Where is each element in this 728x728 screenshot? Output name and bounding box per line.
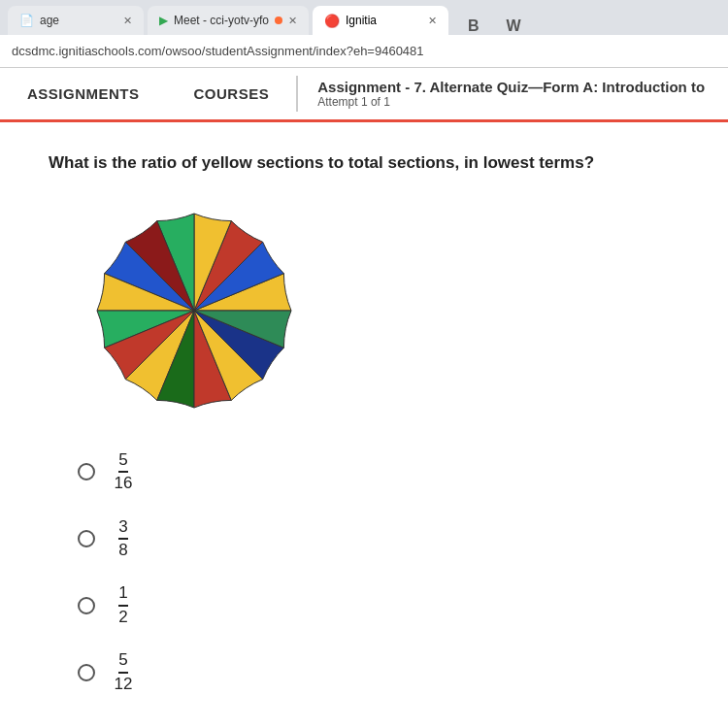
radio-1[interactable] xyxy=(78,463,95,480)
nav-assignment-info: Assignment - 7. Alternate Quiz—Form A: I… xyxy=(298,68,724,119)
fraction-3-denominator: 2 xyxy=(118,607,127,627)
nav-courses[interactable]: COURSES xyxy=(167,68,297,119)
nav-assignments[interactable]: ASSIGNMENTS xyxy=(0,68,167,119)
fraction-2: 3 8 xyxy=(109,517,138,561)
fraction-2-numerator: 3 xyxy=(118,517,127,540)
radio-2[interactable] xyxy=(78,530,95,547)
tab-meet[interactable]: ▶ Meet - cci-yotv-yfo ✕ xyxy=(148,6,309,35)
fraction-4-numerator: 5 xyxy=(118,650,127,673)
tab-meet-label: Meet - cci-yotv-yfo xyxy=(174,14,269,27)
new-tab-button[interactable]: B xyxy=(452,17,495,35)
option-2[interactable]: 3 8 xyxy=(78,517,679,561)
tab-ignitia[interactable]: 🔴 Ignitia ✕ xyxy=(313,6,448,35)
main-content: What is the ratio of yellow sections to … xyxy=(0,122,728,728)
assignment-name: - 7. Alternate Quiz—Form A: Introduction… xyxy=(401,79,705,95)
option-3[interactable]: 1 2 xyxy=(78,583,679,627)
option-1[interactable]: 5 16 xyxy=(78,450,679,494)
fraction-3: 1 2 xyxy=(109,583,138,627)
fraction-1-denominator: 16 xyxy=(115,473,133,493)
nav-bar: ASSIGNMENTS COURSES Assignment - 7. Alte… xyxy=(0,68,728,122)
assignments-label: ASSIGNMENTS xyxy=(27,85,140,102)
option-4[interactable]: 5 12 xyxy=(78,650,679,694)
attempt-text: Attempt 1 of 1 xyxy=(317,95,705,109)
tab-ignitia-close[interactable]: ✕ xyxy=(428,15,437,27)
question-text: What is the ratio of yellow sections to … xyxy=(49,151,679,175)
pie-chart-container xyxy=(87,204,679,421)
tab-age-label: age xyxy=(40,14,117,27)
fraction-4: 5 12 xyxy=(109,650,138,694)
tab-meet-dot xyxy=(275,17,282,24)
assignment-prefix: Assignment xyxy=(317,79,401,95)
page-icon: 📄 xyxy=(19,14,34,27)
fraction-4-denominator: 12 xyxy=(115,674,133,694)
tab-meet-close[interactable]: ✕ xyxy=(288,15,297,27)
tab-ignitia-label: Ignitia xyxy=(346,14,422,27)
browser-tabs: 📄 age ✕ ▶ Meet - cci-yotv-yfo ✕ 🔴 Igniti… xyxy=(0,0,728,35)
ignitia-icon: 🔴 xyxy=(324,14,340,28)
address-bar[interactable]: dcsdmc.ignitiaschools.com/owsoo/studentA… xyxy=(0,35,728,68)
fraction-3-numerator: 1 xyxy=(118,583,127,606)
fraction-2-denominator: 8 xyxy=(118,540,127,560)
meet-icon: ▶ xyxy=(159,14,168,27)
pie-chart xyxy=(87,204,301,417)
fraction-1: 5 16 xyxy=(109,450,138,494)
answer-options: 5 16 3 8 1 2 5 12 xyxy=(49,450,679,694)
assignment-title: Assignment - 7. Alternate Quiz—Form A: I… xyxy=(317,79,705,95)
tab-age[interactable]: 📄 age ✕ xyxy=(8,6,144,35)
radio-4[interactable] xyxy=(78,664,95,681)
radio-3[interactable] xyxy=(78,597,95,614)
tab-age-close[interactable]: ✕ xyxy=(123,15,132,27)
courses-label: COURSES xyxy=(194,85,270,102)
more-tabs-button[interactable]: W xyxy=(499,17,529,35)
url-text: dcsdmc.ignitiaschools.com/owsoo/studentA… xyxy=(12,44,424,58)
fraction-1-numerator: 5 xyxy=(118,450,127,473)
